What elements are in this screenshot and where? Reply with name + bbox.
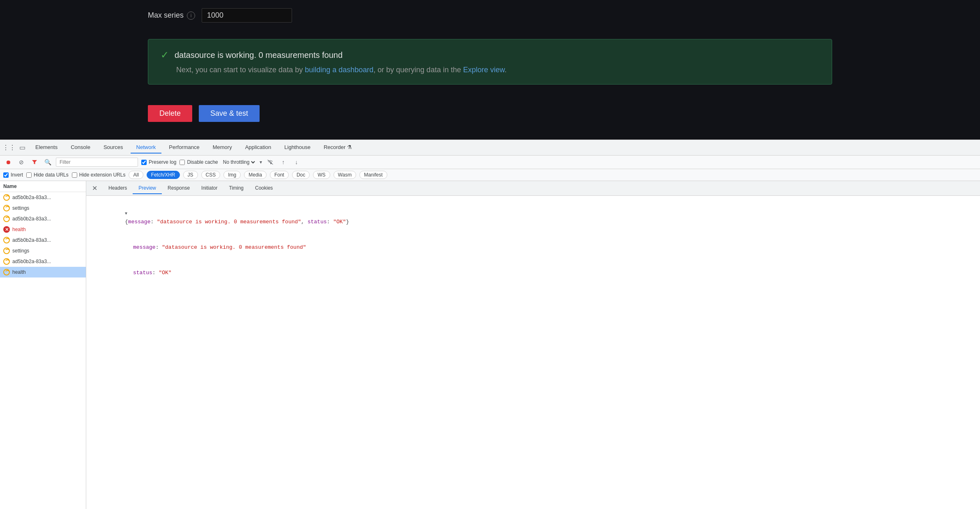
success-title: ✓ datasource is working. 0 measurements … (161, 49, 819, 61)
grafana-panel: Max series i ✓ datasource is working. 0 … (0, 0, 980, 140)
tab-performance[interactable]: Performance (163, 142, 205, 154)
preserve-log-label[interactable]: Preserve log (141, 159, 176, 165)
list-item[interactable]: settings (0, 245, 86, 256)
action-buttons: Delete Save & test (0, 97, 980, 122)
type-filter-wasm[interactable]: Wasm (334, 171, 357, 179)
preserve-log-checkbox[interactable] (141, 160, 147, 165)
search-icon-btn[interactable]: 🔍 (43, 157, 53, 167)
devtools-responsive-icon[interactable]: ▭ (16, 142, 28, 154)
preview-tabbar: ✕ Headers Preview Response Initiator Tim… (86, 181, 980, 196)
delete-button[interactable]: Delete (148, 105, 192, 122)
type-filter-js[interactable]: JS (183, 171, 198, 179)
throttle-dropdown-icon: ▾ (260, 159, 262, 165)
list-item[interactable]: ad5b0b2a-83a3... (0, 235, 86, 245)
upload-icon-btn[interactable]: ↑ (278, 157, 288, 167)
tab-timing[interactable]: Timing (223, 183, 249, 194)
preview-content: ▼ {message: "datasource is working. 0 me… (86, 196, 980, 509)
devtools-panel: ⋮⋮ ▭ Elements Console Sources Network Pe… (0, 140, 980, 509)
list-item[interactable]: ad5b0b2a-83a3... (0, 192, 86, 203)
preview-panel: ✕ Headers Preview Response Initiator Tim… (86, 181, 980, 509)
url-filter-bar: Invert Hide data URLs Hide extension URL… (0, 169, 980, 181)
hide-data-urls-label[interactable]: Hide data URLs (26, 172, 69, 178)
hide-ext-urls-label[interactable]: Hide extension URLs (72, 172, 126, 178)
tab-memory[interactable]: Memory (207, 142, 238, 154)
type-filter-media[interactable]: Media (244, 171, 267, 179)
tab-lighthouse[interactable]: Lighthouse (278, 142, 316, 154)
tab-network[interactable]: Network (131, 142, 162, 154)
json-message-line: message: "datasource is working. 0 measu… (93, 235, 973, 260)
tab-cookies[interactable]: Cookies (249, 183, 278, 194)
tab-elements[interactable]: Elements (30, 142, 63, 154)
disable-cache-checkbox[interactable] (179, 160, 185, 165)
expand-arrow[interactable]: ▼ (125, 211, 127, 217)
list-item[interactable]: ✕ health (0, 224, 86, 235)
network-list: Name ad5b0b2a-83a3... settings ad5b0b2a-… (0, 181, 86, 509)
invert-checkbox[interactable] (3, 172, 9, 178)
close-panel-button[interactable]: ✕ (90, 183, 99, 193)
building-dashboard-link[interactable]: building a dashboard (305, 66, 373, 74)
spinner-icon (3, 248, 10, 254)
wifi-icon (267, 159, 274, 165)
json-status-line: status: "OK" (93, 261, 973, 286)
network-list-header: Name (0, 181, 86, 192)
filter-bar: ⏺ ⊘ 🔍 Preserve log Disable cache No thro… (0, 156, 980, 169)
devtools-tabbar: ⋮⋮ ▭ Elements Console Sources Network Pe… (0, 140, 980, 156)
spinner-icon (3, 216, 10, 222)
tab-initiator[interactable]: Initiator (196, 183, 223, 194)
spinner-icon (3, 194, 10, 201)
tab-application[interactable]: Application (239, 142, 277, 154)
clear-button[interactable]: ⊘ (16, 157, 26, 167)
max-series-label: Max series i (148, 11, 195, 20)
explore-view-link[interactable]: Explore view (463, 66, 504, 74)
type-filter-manifest[interactable]: Manifest (359, 171, 387, 179)
success-subtitle: Next, you can start to visualize data by… (161, 66, 819, 74)
spinner-icon (3, 258, 10, 265)
type-filter-css[interactable]: CSS (201, 171, 221, 179)
record-button[interactable]: ⏺ (3, 157, 13, 167)
filter-icon-btn[interactable] (30, 157, 39, 167)
tab-headers[interactable]: Headers (103, 183, 133, 194)
hide-ext-urls-checkbox[interactable] (72, 172, 77, 178)
tab-response[interactable]: Response (162, 183, 196, 194)
type-filter-doc[interactable]: Doc (292, 171, 310, 179)
type-filter-fetchxhr[interactable]: Fetch/XHR (147, 171, 180, 179)
max-series-row: Max series i (0, 8, 980, 35)
download-icon-btn[interactable]: ↓ (292, 157, 301, 167)
max-series-input[interactable] (202, 8, 292, 23)
error-icon: ✕ (3, 226, 10, 233)
type-filter-all[interactable]: All (129, 171, 143, 179)
info-icon: i (187, 11, 195, 20)
type-filter-img[interactable]: Img (223, 171, 241, 179)
check-icon: ✓ (161, 49, 169, 61)
spinner-icon (3, 269, 10, 275)
tab-sources[interactable]: Sources (98, 142, 129, 154)
list-item[interactable]: ad5b0b2a-83a3... (0, 256, 86, 267)
tab-preview[interactable]: Preview (133, 183, 162, 194)
filter-icon (32, 159, 37, 165)
type-filter-ws[interactable]: WS (313, 171, 330, 179)
filter-input[interactable] (56, 158, 138, 167)
json-root-line[interactable]: ▼ {message: "datasource is working. 0 me… (93, 201, 973, 235)
spinner-icon (3, 205, 10, 211)
type-filter-font[interactable]: Font (270, 171, 289, 179)
wifi-icon-btn[interactable] (265, 157, 275, 167)
devtools-main: Name ad5b0b2a-83a3... settings ad5b0b2a-… (0, 181, 980, 509)
list-item[interactable]: health (0, 267, 86, 277)
success-banner: ✓ datasource is working. 0 measurements … (148, 39, 832, 85)
spinner-icon (3, 237, 10, 243)
hide-data-urls-checkbox[interactable] (26, 172, 32, 178)
devtools-menu-icon[interactable]: ⋮⋮ (3, 142, 15, 154)
throttle-select[interactable]: No throttling (221, 159, 256, 165)
save-test-button[interactable]: Save & test (199, 105, 260, 122)
tab-recorder[interactable]: Recorder ⚗ (318, 142, 358, 154)
list-item[interactable]: ad5b0b2a-83a3... (0, 213, 86, 224)
invert-label[interactable]: Invert (3, 172, 23, 178)
list-item[interactable]: settings (0, 203, 86, 213)
disable-cache-label[interactable]: Disable cache (179, 159, 218, 165)
tab-console[interactable]: Console (65, 142, 96, 154)
